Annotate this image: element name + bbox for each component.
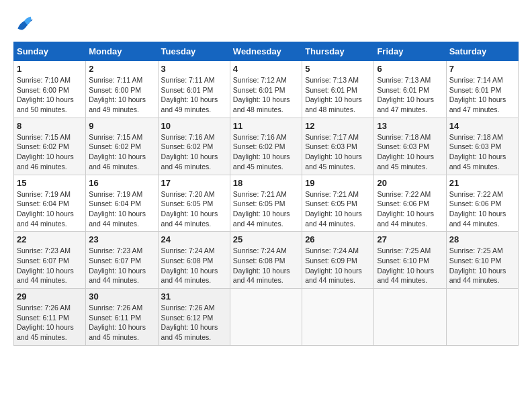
day-info: Sunrise: 7:21 AMSunset: 6:05 PMDaylight:… [305, 189, 371, 229]
day-info: Sunrise: 7:14 AMSunset: 6:01 PMDaylight:… [449, 75, 515, 115]
day-number: 28 [449, 234, 515, 244]
day-number: 14 [449, 121, 515, 131]
day-number: 12 [305, 121, 371, 131]
calendar-cell: 28Sunrise: 7:25 AMSunset: 6:10 PMDayligh… [446, 232, 518, 289]
day-number: 25 [233, 234, 299, 244]
calendar-header-sunday: Sunday [14, 42, 86, 61]
calendar-week-4: 22Sunrise: 7:23 AMSunset: 6:07 PMDayligh… [14, 232, 519, 289]
day-info: Sunrise: 7:16 AMSunset: 6:02 PMDaylight:… [161, 132, 227, 172]
day-number: 8 [17, 121, 83, 131]
day-number: 21 [449, 178, 515, 188]
day-info: Sunrise: 7:11 AMSunset: 6:00 PMDaylight:… [89, 75, 154, 115]
calendar-header-tuesday: Tuesday [158, 42, 230, 61]
calendar-cell: 13Sunrise: 7:18 AMSunset: 6:03 PMDayligh… [374, 118, 446, 175]
calendar-cell: 29Sunrise: 7:26 AMSunset: 6:11 PMDayligh… [14, 289, 86, 346]
day-info: Sunrise: 7:13 AMSunset: 6:01 PMDaylight:… [377, 75, 443, 115]
day-info: Sunrise: 7:11 AMSunset: 6:01 PMDaylight:… [161, 75, 227, 115]
calendar-cell: 3Sunrise: 7:11 AMSunset: 6:01 PMDaylight… [158, 61, 230, 118]
day-number: 7 [449, 64, 515, 74]
calendar-cell: 26Sunrise: 7:24 AMSunset: 6:09 PMDayligh… [302, 232, 374, 289]
calendar-cell: 30Sunrise: 7:26 AMSunset: 6:11 PMDayligh… [86, 289, 158, 346]
calendar-week-2: 8Sunrise: 7:15 AMSunset: 6:02 PMDaylight… [14, 118, 519, 175]
calendar-cell [446, 289, 518, 346]
day-info: Sunrise: 7:26 AMSunset: 6:11 PMDaylight:… [89, 303, 154, 342]
day-info: Sunrise: 7:12 AMSunset: 6:01 PMDaylight:… [233, 75, 299, 115]
calendar-cell: 7Sunrise: 7:14 AMSunset: 6:01 PMDaylight… [446, 61, 518, 118]
day-info: Sunrise: 7:25 AMSunset: 6:10 PMDaylight:… [449, 246, 515, 285]
day-info: Sunrise: 7:25 AMSunset: 6:10 PMDaylight:… [377, 246, 443, 285]
day-info: Sunrise: 7:17 AMSunset: 6:03 PMDaylight:… [305, 132, 371, 172]
day-info: Sunrise: 7:23 AMSunset: 6:07 PMDaylight:… [17, 246, 83, 285]
day-number: 22 [17, 234, 83, 244]
calendar-cell: 10Sunrise: 7:16 AMSunset: 6:02 PMDayligh… [158, 118, 230, 175]
calendar-week-3: 15Sunrise: 7:19 AMSunset: 6:04 PMDayligh… [14, 175, 519, 232]
calendar-cell: 6Sunrise: 7:13 AMSunset: 6:01 PMDaylight… [374, 61, 446, 118]
page-header [13, 13, 519, 35]
calendar-cell: 23Sunrise: 7:23 AMSunset: 6:07 PMDayligh… [86, 232, 158, 289]
calendar-week-1: 1Sunrise: 7:10 AMSunset: 6:00 PMDaylight… [14, 61, 519, 118]
calendar-cell: 16Sunrise: 7:19 AMSunset: 6:04 PMDayligh… [86, 175, 158, 232]
calendar-header-friday: Friday [374, 42, 446, 61]
day-number: 16 [89, 178, 154, 188]
calendar-table: SundayMondayTuesdayWednesdayThursdayFrid… [13, 42, 519, 346]
calendar-cell: 5Sunrise: 7:13 AMSunset: 6:01 PMDaylight… [302, 61, 374, 118]
day-info: Sunrise: 7:22 AMSunset: 6:06 PMDaylight:… [449, 189, 515, 229]
calendar-week-5: 29Sunrise: 7:26 AMSunset: 6:11 PMDayligh… [14, 289, 519, 346]
calendar-cell: 9Sunrise: 7:15 AMSunset: 6:02 PMDaylight… [86, 118, 158, 175]
calendar-cell: 15Sunrise: 7:19 AMSunset: 6:04 PMDayligh… [14, 175, 86, 232]
day-number: 19 [305, 178, 371, 188]
day-number: 5 [305, 64, 371, 74]
calendar-cell [230, 289, 302, 346]
calendar-cell: 21Sunrise: 7:22 AMSunset: 6:06 PMDayligh… [446, 175, 518, 232]
calendar-cell: 24Sunrise: 7:24 AMSunset: 6:08 PMDayligh… [158, 232, 230, 289]
day-info: Sunrise: 7:24 AMSunset: 6:08 PMDaylight:… [161, 246, 227, 285]
day-info: Sunrise: 7:10 AMSunset: 6:00 PMDaylight:… [17, 75, 83, 115]
day-number: 17 [161, 178, 227, 188]
day-info: Sunrise: 7:26 AMSunset: 6:11 PMDaylight:… [17, 303, 83, 342]
day-number: 1 [17, 64, 83, 74]
calendar-cell: 14Sunrise: 7:18 AMSunset: 6:03 PMDayligh… [446, 118, 518, 175]
day-number: 29 [17, 291, 83, 302]
calendar-cell: 2Sunrise: 7:11 AMSunset: 6:00 PMDaylight… [86, 61, 158, 118]
calendar-cell: 12Sunrise: 7:17 AMSunset: 6:03 PMDayligh… [302, 118, 374, 175]
day-number: 11 [233, 121, 299, 131]
calendar-header-thursday: Thursday [302, 42, 374, 61]
day-info: Sunrise: 7:20 AMSunset: 6:05 PMDaylight:… [161, 189, 227, 229]
day-info: Sunrise: 7:24 AMSunset: 6:08 PMDaylight:… [233, 246, 299, 285]
day-number: 20 [377, 178, 443, 188]
day-info: Sunrise: 7:15 AMSunset: 6:02 PMDaylight:… [89, 132, 154, 172]
day-info: Sunrise: 7:21 AMSunset: 6:05 PMDaylight:… [233, 189, 299, 229]
day-number: 26 [305, 234, 371, 244]
day-number: 9 [89, 121, 154, 131]
day-number: 18 [233, 178, 299, 188]
logo-icon [13, 13, 35, 35]
calendar-cell: 4Sunrise: 7:12 AMSunset: 6:01 PMDaylight… [230, 61, 302, 118]
calendar-cell: 31Sunrise: 7:26 AMSunset: 6:12 PMDayligh… [158, 289, 230, 346]
day-number: 10 [161, 121, 227, 131]
calendar-header-wednesday: Wednesday [230, 42, 302, 61]
calendar-cell: 17Sunrise: 7:20 AMSunset: 6:05 PMDayligh… [158, 175, 230, 232]
day-number: 15 [17, 178, 83, 188]
calendar-cell [374, 289, 446, 346]
calendar-header-monday: Monday [86, 42, 158, 61]
day-number: 27 [377, 234, 443, 244]
day-number: 6 [377, 64, 443, 74]
calendar-header-saturday: Saturday [446, 42, 518, 61]
day-info: Sunrise: 7:19 AMSunset: 6:04 PMDaylight:… [17, 189, 83, 229]
day-info: Sunrise: 7:16 AMSunset: 6:02 PMDaylight:… [233, 132, 299, 172]
day-number: 23 [89, 234, 154, 244]
logo [13, 13, 39, 35]
day-number: 31 [161, 291, 227, 302]
day-info: Sunrise: 7:19 AMSunset: 6:04 PMDaylight:… [89, 189, 154, 229]
calendar-header-row: SundayMondayTuesdayWednesdayThursdayFrid… [14, 42, 519, 61]
calendar-cell: 25Sunrise: 7:24 AMSunset: 6:08 PMDayligh… [230, 232, 302, 289]
day-info: Sunrise: 7:15 AMSunset: 6:02 PMDaylight:… [17, 132, 83, 172]
day-info: Sunrise: 7:24 AMSunset: 6:09 PMDaylight:… [305, 246, 371, 285]
day-info: Sunrise: 7:18 AMSunset: 6:03 PMDaylight:… [377, 132, 443, 172]
day-number: 30 [89, 291, 154, 302]
day-info: Sunrise: 7:22 AMSunset: 6:06 PMDaylight:… [377, 189, 443, 229]
day-info: Sunrise: 7:26 AMSunset: 6:12 PMDaylight:… [161, 303, 227, 342]
calendar-cell: 19Sunrise: 7:21 AMSunset: 6:05 PMDayligh… [302, 175, 374, 232]
calendar-cell: 22Sunrise: 7:23 AMSunset: 6:07 PMDayligh… [14, 232, 86, 289]
day-number: 2 [89, 64, 154, 74]
